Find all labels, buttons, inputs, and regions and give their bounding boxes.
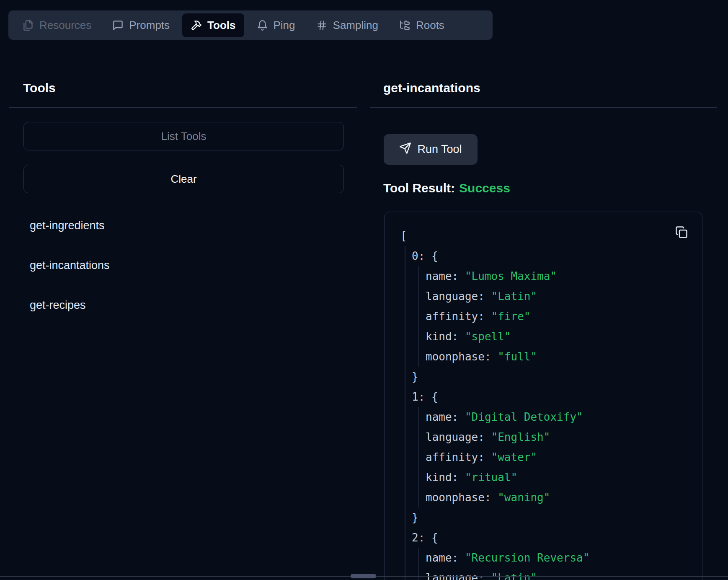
json-array-level: 0: {name: "Lumos Maxima"language: "Latin… (405, 246, 702, 580)
tab-sampling[interactable]: Sampling (308, 13, 387, 37)
json-value: "full" (498, 350, 537, 363)
json-value: "Recursion Reversa" (465, 552, 589, 564)
json-key: language: (426, 431, 491, 443)
json-kv-row: moonphase: "full" (426, 347, 702, 367)
json-key: name: (426, 411, 465, 423)
hammer-icon (191, 20, 202, 31)
tab-resources[interactable]: Resources (14, 13, 100, 37)
json-value: "fire" (491, 310, 531, 323)
tab-prompts[interactable]: Prompts (104, 13, 178, 37)
tab-label: Tools (207, 19, 235, 32)
files-icon (23, 20, 34, 31)
json-kv-row: name: "Recursion Reversa" (426, 548, 702, 568)
json-value: "spell" (465, 330, 511, 343)
json-key: kind: (426, 330, 465, 343)
json-close-brace: } (412, 508, 702, 528)
tab-label: Resources (39, 19, 91, 32)
tool-list-item-get-recipes[interactable]: get-recipes (30, 299, 86, 312)
send-icon (399, 142, 411, 157)
json-value: "waning" (498, 491, 550, 504)
json-value: "English" (491, 431, 550, 443)
run-tool-button[interactable]: Run Tool (384, 134, 478, 165)
tool-result-label: Tool Result: (383, 181, 455, 195)
tab-bar: ResourcesPromptsToolsPingSamplingRoots (8, 10, 493, 40)
json-key: language: (426, 290, 491, 303)
json-object-level: name: "Lumos Maxima"language: "Latin"aff… (418, 266, 702, 367)
left-panel-divider (9, 107, 357, 108)
json-kv-row: affinity: "water" (426, 447, 702, 467)
json-kv-row: language: "Latin" (426, 286, 702, 306)
tool-list-item-get-ingredients[interactable]: get-ingredients (30, 219, 105, 232)
json-key: affinity: (426, 451, 491, 463)
json-close-brace: } (412, 367, 702, 387)
tab-label: Ping (274, 19, 295, 32)
json-value: "water" (491, 451, 537, 463)
tab-label: Roots (416, 19, 444, 32)
json-index-row: 1: { (412, 387, 702, 407)
json-key: name: (426, 270, 465, 282)
json-kv-row: language: "English" (426, 427, 702, 447)
json-object-level: name: "Recursion Reversa"language: "Lati… (418, 548, 702, 580)
copy-icon[interactable] (674, 225, 689, 240)
json-result-tree: [0: {name: "Lumos Maxima"language: "Lati… (400, 226, 702, 580)
tool-result-line: Tool Result:Success (383, 181, 510, 195)
json-open-bracket: [ (400, 226, 702, 246)
bell-icon (257, 20, 268, 31)
json-kv-row: name: "Lumos Maxima" (426, 266, 702, 286)
right-panel-divider (370, 107, 717, 108)
json-kv-row: kind: "ritual" (426, 467, 702, 487)
json-object-level: name: "Digital Detoxify"language: "Engli… (418, 407, 702, 508)
json-value: "ritual" (465, 471, 517, 484)
tab-tools[interactable]: Tools (182, 13, 244, 37)
json-kv-row: moonphase: "waning" (426, 487, 702, 508)
tool-result-json-box: [0: {name: "Lumos Maxima"language: "Lati… (384, 212, 702, 580)
json-value: "Latin" (491, 290, 537, 303)
json-value: "Digital Detoxify" (465, 411, 583, 423)
json-index-row: 0: { (412, 246, 702, 266)
selected-tool-title: get-incantations (383, 81, 480, 95)
tab-roots[interactable]: Roots (391, 13, 453, 37)
json-key: kind: (426, 471, 465, 484)
json-kv-row: name: "Digital Detoxify" (426, 407, 702, 427)
json-key: name: (426, 552, 465, 564)
folder-tree-icon (399, 20, 410, 31)
run-tool-label: Run Tool (417, 143, 462, 156)
json-value: "Lumos Maxima" (465, 270, 557, 282)
horizontal-scrollbar-thumb[interactable] (351, 574, 376, 578)
json-key: moonphase: (426, 491, 498, 504)
clear-button[interactable]: Clear (23, 165, 344, 193)
tab-label: Sampling (333, 19, 378, 32)
json-kv-row: affinity: "fire" (426, 306, 702, 326)
json-key: affinity: (426, 310, 491, 323)
json-index-row: 2: { (412, 528, 702, 548)
list-tools-button[interactable]: List Tools (23, 122, 344, 150)
message-square-icon (112, 20, 124, 31)
tab-label: Prompts (129, 19, 170, 32)
hash-icon (316, 20, 328, 31)
json-key: moonphase: (426, 350, 498, 363)
tool-result-status: Success (459, 181, 510, 195)
tab-ping[interactable]: Ping (248, 13, 304, 37)
tools-panel-title: Tools (23, 81, 56, 95)
tool-list-item-get-incantations[interactable]: get-incantations (30, 259, 110, 272)
json-kv-row: kind: "spell" (426, 326, 702, 347)
json-kv-row: language: "Latin" (426, 568, 702, 580)
